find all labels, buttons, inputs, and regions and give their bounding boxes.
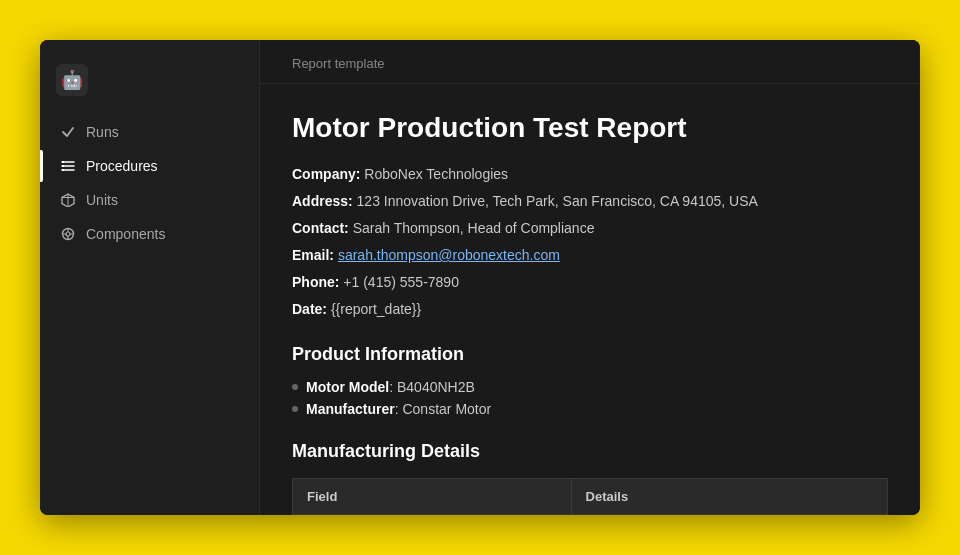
sidebar-item-label: Units	[86, 192, 118, 208]
bullet-icon	[292, 384, 298, 390]
product-list: Motor Model: B4040NH2B Manufacturer: Con…	[292, 379, 888, 417]
sidebar: 🤖 Runs	[40, 40, 260, 515]
manufacturing-table: Field Details Motor Serial Number {{moto…	[292, 478, 888, 515]
product-value-0: B4040NH2B	[397, 379, 475, 395]
svg-point-8	[66, 232, 70, 236]
list-item: Motor Model: B4040NH2B	[292, 379, 888, 395]
cube-icon	[60, 192, 76, 208]
address-value: 123 Innovation Drive, Tech Park, San Fra…	[357, 193, 758, 209]
phone-line: Phone: +1 (415) 555-7890	[292, 272, 888, 293]
contact-label: Contact:	[292, 220, 349, 236]
phone-value: +1 (415) 555-7890	[343, 274, 459, 290]
table-cell-details-0: {{motor_serial_number}}	[571, 515, 887, 516]
sidebar-item-procedures[interactable]: Procedures	[48, 150, 251, 182]
email-line: Email: sarah.thompson@robonextech.com	[292, 245, 888, 266]
date-value: {{report_date}}	[331, 301, 421, 317]
mfg-section-heading: Manufacturing Details	[292, 441, 888, 462]
phone-label: Phone:	[292, 274, 339, 290]
product-label-1: Manufacturer	[306, 401, 395, 417]
bullet-icon	[292, 406, 298, 412]
table-cell-field-0: Motor Serial Number	[293, 515, 572, 516]
contact-line: Contact: Sarah Thompson, Head of Complia…	[292, 218, 888, 239]
sidebar-item-label: Components	[86, 226, 165, 242]
contact-value: Sarah Thompson, Head of Compliance	[353, 220, 595, 236]
list-item: Manufacturer: Constar Motor	[292, 401, 888, 417]
email-link[interactable]: sarah.thompson@robonextech.com	[338, 247, 560, 263]
date-line: Date: {{report_date}}	[292, 299, 888, 320]
table-row: Motor Serial Number {{motor_serial_numbe…	[293, 515, 888, 516]
company-info: Company: RoboNex Technologies Address: 1…	[292, 164, 888, 320]
email-label: Email:	[292, 247, 334, 263]
sidebar-item-label: Procedures	[86, 158, 158, 174]
sidebar-item-label: Runs	[86, 124, 119, 140]
company-line: Company: RoboNex Technologies	[292, 164, 888, 185]
list-icon	[60, 158, 76, 174]
logo-icon: 🤖	[56, 64, 88, 96]
product-value-1: Constar Motor	[402, 401, 491, 417]
svg-rect-5	[62, 169, 64, 171]
template-label: Report template	[260, 40, 920, 84]
sidebar-item-runs[interactable]: Runs	[48, 116, 251, 148]
content-body: Motor Production Test Report Company: Ro…	[260, 84, 920, 515]
sidebar-item-units[interactable]: Units	[48, 184, 251, 216]
logo: 🤖	[40, 56, 259, 116]
product-section-heading: Product Information	[292, 344, 888, 365]
company-label: Company:	[292, 166, 360, 182]
check-icon	[60, 124, 76, 140]
address-label: Address:	[292, 193, 353, 209]
address-line: Address: 123 Innovation Drive, Tech Park…	[292, 191, 888, 212]
components-icon	[60, 226, 76, 242]
product-label-0: Motor Model	[306, 379, 389, 395]
report-title: Motor Production Test Report	[292, 112, 888, 144]
svg-rect-4	[62, 165, 64, 167]
sidebar-item-components[interactable]: Components	[48, 218, 251, 250]
main-content: Report template Motor Production Test Re…	[260, 40, 920, 515]
sidebar-nav: Runs Procedures	[40, 116, 259, 250]
table-header-details: Details	[571, 479, 887, 515]
svg-rect-3	[62, 161, 64, 163]
company-value: RoboNex Technologies	[364, 166, 508, 182]
date-label: Date:	[292, 301, 327, 317]
table-header-field: Field	[293, 479, 572, 515]
